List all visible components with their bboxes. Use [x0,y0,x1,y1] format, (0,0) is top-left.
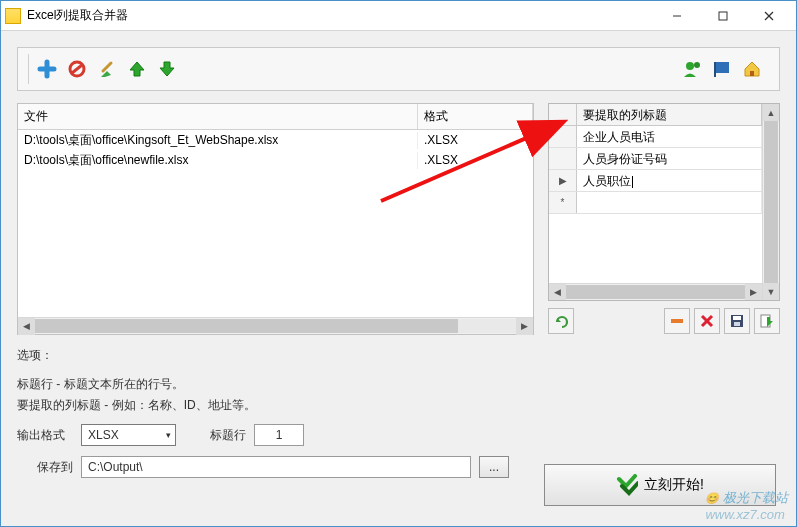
svg-rect-11 [671,319,683,323]
options-section: 选项： 标题行 - 标题文本所在的行号。 要提取的列标题 - 例如：名称、ID、… [17,347,780,478]
chevron-down-icon: ▾ [166,430,171,440]
scroll-right-button[interactable]: ▶ [516,318,533,335]
start-icon [616,474,638,496]
remove-row-icon [669,313,685,329]
header-row-label: 标题行 [210,427,246,444]
redo-button[interactable] [548,308,574,334]
column-name-cell[interactable]: 企业人员电话 [577,126,762,147]
client-area: 文件 格式 D:\tools\桌面\office\Kingsoft_Et_Web… [1,31,796,526]
svg-rect-1 [719,12,727,20]
titlebar: Excel列提取合并器 [1,1,796,31]
svg-rect-8 [715,62,729,73]
maximize-button[interactable] [700,2,746,30]
browse-button[interactable]: ... [479,456,509,478]
home-button[interactable] [739,56,765,82]
file-list-panel: 文件 格式 D:\tools\桌面\office\Kingsoft_Et_Web… [17,103,534,335]
add-file-button[interactable] [34,56,60,82]
clear-button[interactable] [94,56,120,82]
file-path-cell: D:\tools\桌面\office\newfile.xlsx [18,152,418,169]
column-name-cell[interactable]: 人员身份证号码 [577,148,762,169]
column-toolbar [548,307,780,335]
output-format-value: XLSX [88,428,119,442]
file-row[interactable]: D:\tools\桌面\office\Kingsoft_Et_WebShape.… [18,130,533,150]
col-header-file[interactable]: 文件 [18,104,418,129]
start-button[interactable]: 立刻开始! [544,464,776,506]
file-format-cell: .XLSX [418,153,533,167]
save-button[interactable] [724,308,750,334]
app-icon [5,8,21,24]
arrow-down-icon [157,59,177,79]
window-controls [654,2,792,30]
scroll-right-button[interactable]: ▶ [745,284,762,301]
save-icon [729,313,745,329]
svg-point-7 [694,62,700,68]
plus-icon [37,59,57,79]
export-icon [759,313,775,329]
user-button[interactable] [679,56,705,82]
content-row: 文件 格式 D:\tools\桌面\office\Kingsoft_Et_Web… [17,103,780,335]
column-name-cell-editing[interactable]: 人员职位 [577,170,762,191]
file-row[interactable]: D:\tools\桌面\office\newfile.xlsx .XLSX [18,150,533,170]
file-format-cell: .XLSX [418,133,533,147]
grid-new-row[interactable]: * [549,192,762,214]
grid-corner[interactable] [549,104,577,125]
output-format-label: 输出格式 [17,427,73,444]
svg-rect-10 [750,71,754,76]
minimize-button[interactable] [654,2,700,30]
save-to-label: 保存到 [17,459,73,476]
column-name-cell-new[interactable] [577,192,762,213]
file-list-hscroll[interactable]: ◀ ▶ [18,317,533,334]
scroll-up-button[interactable]: ▲ [763,104,779,121]
extract-column-panel: 要提取的列标题 企业人员电话 人员身份证号码 ▶ [548,103,780,335]
grid-vscroll[interactable]: ▲ ▼ [762,104,779,300]
scroll-thumb[interactable] [35,319,458,333]
broom-icon [97,59,117,79]
options-desc-1: 标题行 - 标题文本所在的行号。 [17,376,780,393]
output-format-select[interactable]: XLSX ▾ [81,424,176,446]
header-row-input[interactable]: 1 [254,424,304,446]
scroll-track[interactable] [566,285,745,299]
file-path-cell: D:\tools\桌面\office\Kingsoft_Et_WebShape.… [18,132,418,149]
options-desc-2: 要提取的列标题 - 例如：名称、ID、地址等。 [17,397,780,414]
app-window: Excel列提取合并器 [0,0,797,527]
row-indicator [549,148,577,169]
window-title: Excel列提取合并器 [27,7,128,24]
arrow-up-icon [127,59,147,79]
flag-button[interactable] [709,56,735,82]
main-toolbar [17,47,780,91]
user-icon [682,59,702,79]
grid-hscroll[interactable]: ◀ ▶ [549,283,762,300]
forbid-icon [67,59,87,79]
grid-row[interactable]: 人员身份证号码 [549,148,762,170]
options-label: 选项： [17,347,53,364]
scroll-track[interactable] [35,319,516,333]
close-button[interactable] [746,2,792,30]
delete-icon [699,313,715,329]
scroll-left-button[interactable]: ◀ [18,318,35,335]
flag-icon [712,59,732,79]
save-to-input[interactable]: C:\Output\ [81,456,471,478]
scroll-thumb[interactable] [764,121,778,283]
col-header-format[interactable]: 格式 [418,104,533,129]
grid-header[interactable]: 要提取的列标题 [577,104,762,125]
remove-row-button[interactable] [664,308,690,334]
file-list-body[interactable]: D:\tools\桌面\office\Kingsoft_Et_WebShape.… [18,130,533,317]
svg-line-5 [72,65,82,73]
row-indicator [549,126,577,147]
svg-point-6 [686,62,694,70]
file-list-header: 文件 格式 [18,104,533,130]
delete-button[interactable] [694,308,720,334]
grid-row[interactable]: ▶ 人员职位 [549,170,762,192]
home-icon [742,59,762,79]
svg-rect-15 [733,316,741,320]
export-button[interactable] [754,308,780,334]
column-grid: 要提取的列标题 企业人员电话 人员身份证号码 ▶ [548,103,780,301]
scroll-left-button[interactable]: ◀ [549,284,566,301]
scroll-thumb[interactable] [566,285,745,299]
row-indicator-current: ▶ [549,170,577,191]
grid-row[interactable]: 企业人员电话 [549,126,762,148]
move-up-button[interactable] [124,56,150,82]
scroll-down-button[interactable]: ▼ [763,283,779,300]
remove-file-button[interactable] [64,56,90,82]
move-down-button[interactable] [154,56,180,82]
